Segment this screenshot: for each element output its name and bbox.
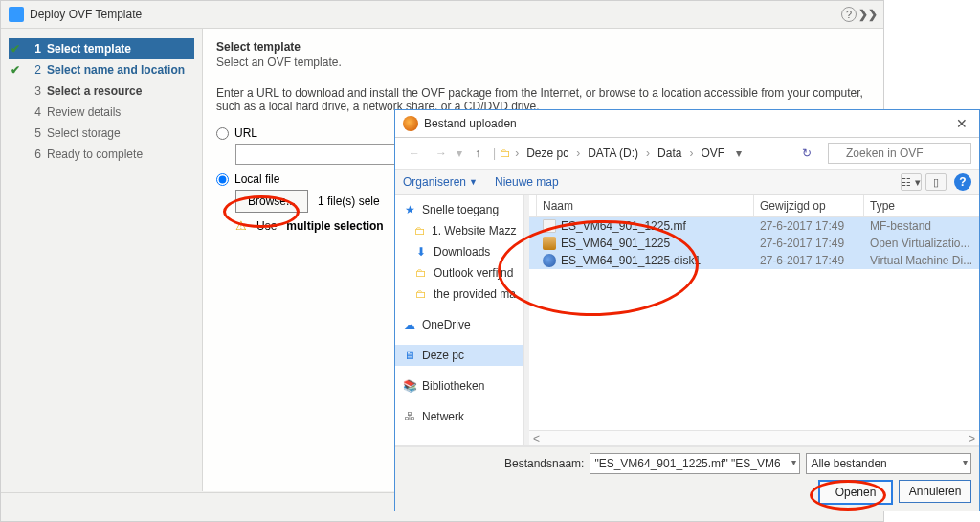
filename-row: Bestandsnaam: ▾ ▾ — [403, 453, 971, 474]
folder-icon: 🗀 — [414, 287, 428, 301]
check-icon: ✔ — [11, 63, 24, 77]
file-list-pane: Naam Gewijzigd op Type ES_VM64_901_1225.… — [529, 195, 979, 445]
wizard-step-4[interactable]: ✔ 4 Review details — [9, 102, 194, 123]
view-list-icon[interactable]: ☷ ▾ — [901, 173, 922, 191]
organize-menu[interactable]: Organiseren ▼ — [403, 175, 478, 189]
sidebar-item-quick-access[interactable]: ★ Snelle toegang — [395, 199, 523, 220]
wizard-step-5[interactable]: ✔ 5 Select storage — [9, 123, 194, 144]
preview-pane-icon[interactable]: ▯ — [925, 173, 947, 191]
up-icon[interactable]: ↑ — [466, 142, 489, 165]
scroll-left-icon[interactable]: < — [529, 432, 544, 445]
warning-icon: ⚠ — [235, 218, 247, 233]
file-row[interactable]: ES_VM64_901_1225 27-6-2017 17:49 Open Vi… — [529, 235, 979, 252]
new-folder-button[interactable]: Nieuwe map — [495, 175, 559, 189]
sidebar-item[interactable]: 🗀 1. Website Mazz — [395, 220, 523, 241]
selected-file-count: 1 file(s) sele — [318, 194, 380, 208]
file-open-dialog: Bestand uploaden ✕ ← → ▾ ↑ | 🗀 › Deze pc… — [394, 109, 980, 511]
sidebar-item-network[interactable]: 🖧 Netwerk — [395, 406, 523, 427]
monitor-icon: 🖥 — [403, 349, 416, 362]
scroll-right-icon[interactable]: > — [965, 432, 979, 445]
filename-label: Bestandsnaam: — [504, 457, 584, 470]
firefox-icon — [403, 116, 418, 131]
wizard-step-1[interactable]: ✔ 1 Select template — [9, 38, 194, 59]
dialog-bottom: Bestandsnaam: ▾ ▾ Openen Annuleren — [395, 446, 979, 511]
sidebar-item-onedrive[interactable]: ☁ OneDrive — [395, 314, 523, 335]
file-type-filter[interactable] — [806, 453, 971, 474]
wizard-title: Deploy OVF Template — [30, 8, 142, 21]
dialog-toolbar: Organiseren ▼ Nieuwe map ☷ ▾ ▯ ? — [395, 170, 979, 195]
wizard-app-icon — [9, 7, 24, 22]
download-icon: ⬇ — [414, 245, 428, 259]
cancel-button[interactable]: Annuleren — [899, 480, 971, 503]
refresh-icon[interactable]: ↻ — [797, 144, 816, 163]
folder-icon: 🗀 — [500, 147, 511, 160]
column-name[interactable]: Naam — [537, 195, 754, 216]
caret-down-icon: ▼ — [469, 177, 478, 187]
dialog-nav: ← → ▾ ↑ | 🗀 › Deze pc › DATA (D:) › Data… — [395, 138, 979, 170]
cloud-icon: ☁ — [403, 318, 416, 331]
breadcrumb[interactable]: › Deze pc › DATA (D:) › Data › OVF ▾ — [515, 145, 793, 162]
sidebar-item[interactable]: 🗀 the provided ma — [395, 284, 523, 305]
radio-local-file[interactable] — [216, 173, 229, 186]
wizard-step-6[interactable]: ✔ 6 Ready to complete — [9, 144, 194, 165]
file-row[interactable]: ES_VM64_901_1225-disk1 27-6-2017 17:49 V… — [529, 252, 979, 269]
caret-down-icon[interactable]: ▾ — [963, 457, 968, 467]
open-button[interactable]: Openen — [818, 480, 893, 505]
wizard-step-2[interactable]: ✔ 2 Select name and location — [9, 59, 194, 80]
network-icon: 🖧 — [403, 410, 416, 423]
radio-url[interactable] — [216, 127, 229, 140]
sidebar-item-libraries[interactable]: 📚 Bibliotheken — [395, 375, 523, 397]
folder-icon: 🗀 — [414, 266, 428, 280]
breadcrumb-item[interactable]: Deze pc — [523, 145, 572, 162]
dialog-title: Bestand uploaden — [424, 117, 517, 130]
breadcrumb-item[interactable]: OVF — [697, 145, 728, 162]
breadcrumb-item[interactable]: Data — [654, 145, 685, 162]
help-icon[interactable]: ? — [841, 7, 857, 22]
sidebar-nav: ★ Snelle toegang 🗀 1. Website Mazz ⬇ Dow… — [395, 195, 524, 445]
content-title: Select template — [216, 40, 870, 54]
star-icon: ★ — [403, 203, 416, 216]
file-icon — [543, 219, 556, 233]
library-icon: 📚 — [403, 379, 416, 393]
content-subtitle: Select an OVF template. — [216, 56, 870, 69]
column-date-modified[interactable]: Gewijzigd op — [754, 195, 864, 216]
vmdk-file-icon — [543, 254, 556, 267]
breadcrumb-drop-icon[interactable]: ▾ — [732, 147, 746, 160]
caret-down-icon[interactable]: ▾ — [791, 457, 796, 467]
dialog-buttons-row: Openen Annuleren — [403, 480, 971, 505]
folder-icon: 🗀 — [414, 224, 426, 238]
help-icon[interactable]: ? — [954, 173, 971, 191]
check-icon: ✔ — [11, 42, 24, 56]
sidebar-item-downloads[interactable]: ⬇ Downloads — [395, 241, 523, 262]
close-icon[interactable]: ✕ — [952, 114, 971, 133]
sidebar-item-this-pc[interactable]: 🖥 Deze pc — [395, 345, 523, 366]
wizard-step-3[interactable]: ✔ 3 Select a resource — [9, 80, 194, 102]
column-type[interactable]: Type — [864, 195, 979, 216]
horizontal-scrollbar[interactable]: < > — [529, 430, 979, 445]
forward-icon[interactable]: → — [430, 142, 453, 165]
file-row[interactable]: ES_VM64_901_1225.mf 27-6-2017 17:49 MF-b… — [529, 217, 979, 235]
file-header-row: Naam Gewijzigd op Type — [529, 195, 979, 217]
breadcrumb-item[interactable]: DATA (D:) — [584, 145, 642, 162]
ovf-file-icon — [543, 237, 556, 250]
back-icon[interactable]: ← — [403, 142, 426, 165]
sidebar-item[interactable]: 🗀 Outlook verfijnd — [395, 262, 523, 284]
filename-combo[interactable] — [590, 453, 800, 474]
wizard-steps-list: ✔ 1 Select template ✔ 2 Select name and … — [1, 29, 202, 491]
dialog-titlebar: Bestand uploaden ✕ — [395, 110, 979, 138]
collapse-icon[interactable]: ❯❯ — [860, 7, 876, 22]
wizard-titlebar: Deploy OVF Template ? ❯❯ — [1, 1, 883, 29]
dialog-main: ★ Snelle toegang 🗀 1. Website Mazz ⬇ Dow… — [395, 195, 979, 446]
search-input[interactable] — [828, 143, 971, 164]
browse-button[interactable]: Browse... — [235, 190, 308, 213]
